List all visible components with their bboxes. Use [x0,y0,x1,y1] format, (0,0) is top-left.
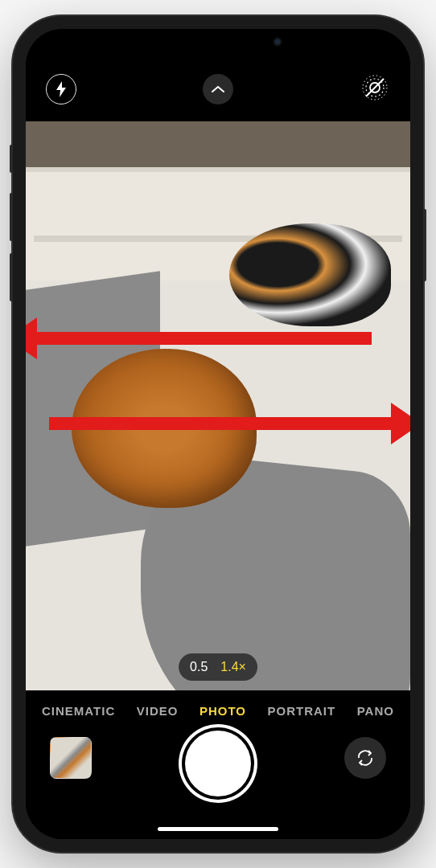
switch-camera-icon [354,747,376,769]
flash-button[interactable] [43,72,79,107]
annotation-arrow-right [49,417,403,430]
camera-viewfinder[interactable]: 0.5 1.4× [26,121,410,690]
last-photo-thumbnail[interactable] [50,737,92,779]
notch [134,29,302,55]
camera-bottom-bar [26,731,410,839]
mode-photo[interactable]: PHOTO [199,704,246,718]
switch-camera-button[interactable] [344,737,386,779]
zoom-option-current[interactable]: 1.4× [220,660,246,674]
live-photo-off-icon [361,74,389,104]
zoom-option-wide[interactable]: 0.5 [190,660,208,674]
power-button [423,209,426,281]
zoom-selector[interactable]: 0.5 1.4× [179,653,257,681]
chevron-up-icon [203,74,233,104]
iphone-device-frame: 0.5 1.4× CINEMATIC VIDEO PHOTO PORTRAIT … [13,16,423,852]
volume-up-button [10,193,13,241]
mode-portrait[interactable]: PORTRAIT [268,704,336,718]
mute-switch [10,145,13,173]
mode-video[interactable]: VIDEO [137,704,179,718]
camera-app: 0.5 1.4× CINEMATIC VIDEO PHOTO PORTRAIT … [26,29,410,839]
screen: 0.5 1.4× CINEMATIC VIDEO PHOTO PORTRAIT … [26,29,410,839]
volume-down-button [10,253,13,301]
home-indicator[interactable] [158,827,278,831]
shutter-button[interactable] [185,731,251,796]
front-camera [273,37,282,47]
mode-pano[interactable]: PANO [357,704,394,718]
camera-settings-expand-button[interactable] [200,72,236,107]
camera-mode-selector[interactable]: CINEMATIC VIDEO PHOTO PORTRAIT PANO [26,690,410,731]
subject-cat-calico [229,223,391,326]
mode-cinematic[interactable]: CINEMATIC [42,704,115,718]
scene-preview [26,121,410,690]
annotation-arrow-left [26,332,372,345]
svg-line-3 [366,79,384,96]
live-photo-button[interactable] [357,72,393,107]
flash-icon [46,74,76,104]
